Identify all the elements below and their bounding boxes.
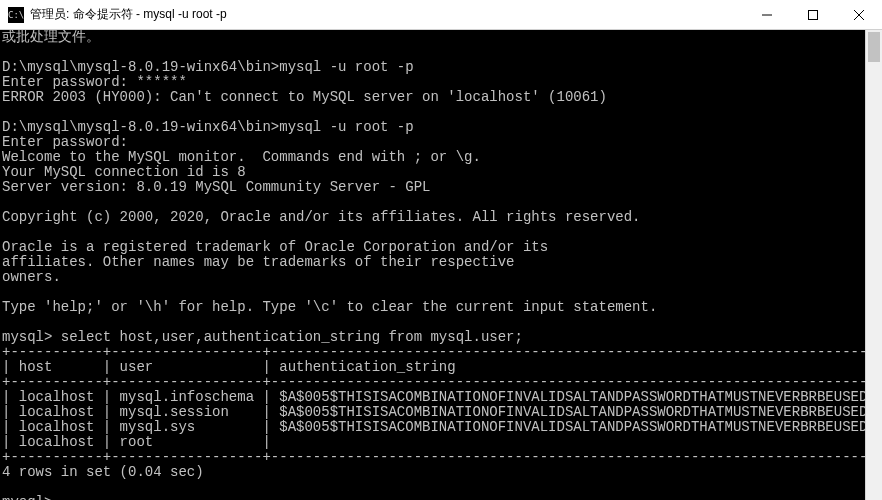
close-button[interactable] bbox=[836, 0, 882, 30]
window-titlebar[interactable]: C:\ 管理员: 命令提示符 - mysql -u root -p bbox=[0, 0, 882, 30]
maximize-button[interactable] bbox=[790, 0, 836, 30]
svg-rect-0 bbox=[809, 10, 818, 19]
minimize-button[interactable] bbox=[744, 0, 790, 30]
vertical-scrollbar[interactable] bbox=[865, 30, 882, 500]
window-title: 管理员: 命令提示符 - mysql -u root -p bbox=[30, 6, 227, 23]
terminal-output[interactable]: 或批处理文件。 D:\mysql\mysql-8.0.19-winx64\bin… bbox=[0, 30, 882, 500]
scrollbar-thumb[interactable] bbox=[868, 32, 880, 62]
app-icon: C:\ bbox=[8, 7, 24, 23]
